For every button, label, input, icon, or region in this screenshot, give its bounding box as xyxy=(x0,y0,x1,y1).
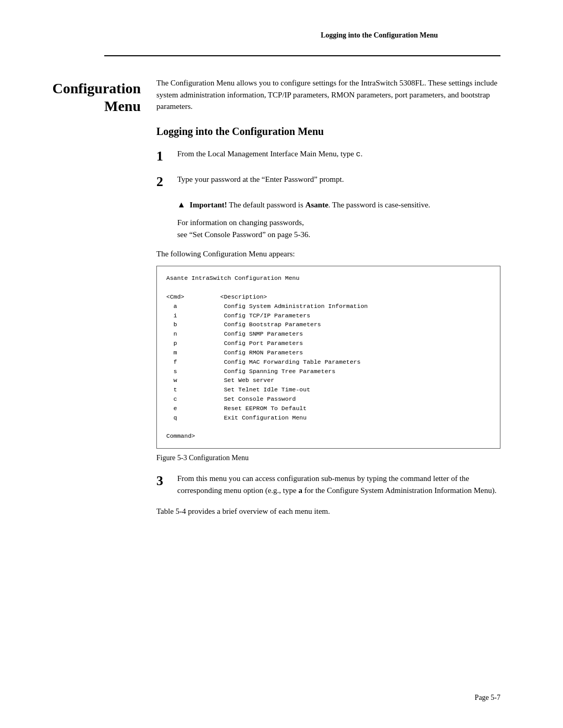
config-menu-command-prompt: Command> xyxy=(166,431,491,441)
config-menu-item-n: n Config SNMP Parameters xyxy=(166,329,491,339)
important-block: ▲ Important! The default password is Asa… xyxy=(177,199,500,211)
step-3: 3 From this menu you can access configur… xyxy=(156,473,500,496)
chapter-title-line1: Configuration xyxy=(52,80,141,96)
following-line: The following Configuration Menu appears… xyxy=(156,250,500,258)
important-text: Important! The default password is Asant… xyxy=(190,199,430,211)
config-menu-item-f: f Config MAC Forwarding Table Parameters xyxy=(166,357,491,367)
important-text1: The default password is xyxy=(227,201,305,209)
steps-container: 1 From the Local Management Interface Ma… xyxy=(156,148,500,517)
config-menu-item-i: i Config TCP/IP Parameters xyxy=(166,311,491,320)
password-note-line2: see “Set Console Password” on page 5-36. xyxy=(177,229,500,241)
config-menu-cmd-header: <Cmd> <Description> xyxy=(166,292,491,302)
config-menu-item-m: m Config RMON Parameters xyxy=(166,348,491,357)
config-menu-item-t: t Set Telnet Idle Time-out xyxy=(166,385,491,394)
table-info: Table 5-4 provides a brief overview of e… xyxy=(156,505,500,517)
chapter-title: Configuration Menu xyxy=(42,77,141,115)
running-header-text: Logging into the Configuration Menu xyxy=(321,31,438,39)
config-menu-blank2 xyxy=(166,422,491,431)
page-footer: Page 5-7 xyxy=(475,694,500,702)
config-menu-box: Asante IntraSwitch Configuration Menu <C… xyxy=(156,266,500,449)
config-menu-item-c: c Set Console Password xyxy=(166,394,491,404)
left-column: Configuration Menu xyxy=(42,77,156,517)
figure-caption: Figure 5-3 Configuration Menu xyxy=(156,454,500,462)
password-note-line1: For information on changing passwords, xyxy=(177,217,500,229)
section-heading: Logging into the Configuration Menu xyxy=(156,126,500,138)
config-menu-item-e: e Reset EEPROM To Default xyxy=(166,404,491,413)
intro-paragraph: The Configuration Menu allows you to con… xyxy=(156,77,500,113)
step-2-number: 2 xyxy=(156,174,177,190)
step-3-number: 3 xyxy=(156,473,177,489)
step-1-text: From the Local Management Interface Main… xyxy=(177,148,500,161)
main-content: Configuration Menu The Configuration Men… xyxy=(0,77,563,517)
config-menu-item-a: a Config System Administration Informati… xyxy=(166,302,491,311)
page-container: Logging into the Configuration Menu Conf… xyxy=(0,0,563,728)
step-2-text: Type your password at the “Enter Passwor… xyxy=(177,174,500,186)
step-2: 2 Type your password at the “Enter Passw… xyxy=(156,174,500,190)
running-header: Logging into the Configuration Menu xyxy=(104,31,500,56)
step3-bold-a: a xyxy=(298,486,302,495)
config-menu-item-q: q Exit Configuration Menu xyxy=(166,413,491,423)
step-1: 1 From the Local Management Interface Ma… xyxy=(156,148,500,164)
config-menu-title: Asante IntraSwitch Configuration Menu xyxy=(166,274,491,283)
important-label: Important! xyxy=(190,201,227,209)
step-1-number: 1 xyxy=(156,148,177,164)
important-bold-word: Asante xyxy=(305,201,328,209)
chapter-title-line2: Menu xyxy=(104,98,141,114)
warning-triangle-icon: ▲ xyxy=(177,199,186,209)
config-menu-item-s: s Config Spanning Tree Parameters xyxy=(166,367,491,376)
password-note: For information on changing passwords, s… xyxy=(177,217,500,240)
right-column: The Configuration Menu allows you to con… xyxy=(156,77,500,517)
config-menu-item-b: b Config Bootstrap Parameters xyxy=(166,320,491,329)
config-menu-item-p: p Config Port Parameters xyxy=(166,339,491,348)
important-text2: . The password is case-sensitive. xyxy=(328,201,431,209)
step-3-text: From this menu you can access configurat… xyxy=(177,473,500,496)
config-menu-item-w: w Set Web server xyxy=(166,376,491,385)
figure-caption-text: Figure 5-3 Configuration Menu xyxy=(156,454,249,462)
config-menu-blank1 xyxy=(166,283,491,292)
